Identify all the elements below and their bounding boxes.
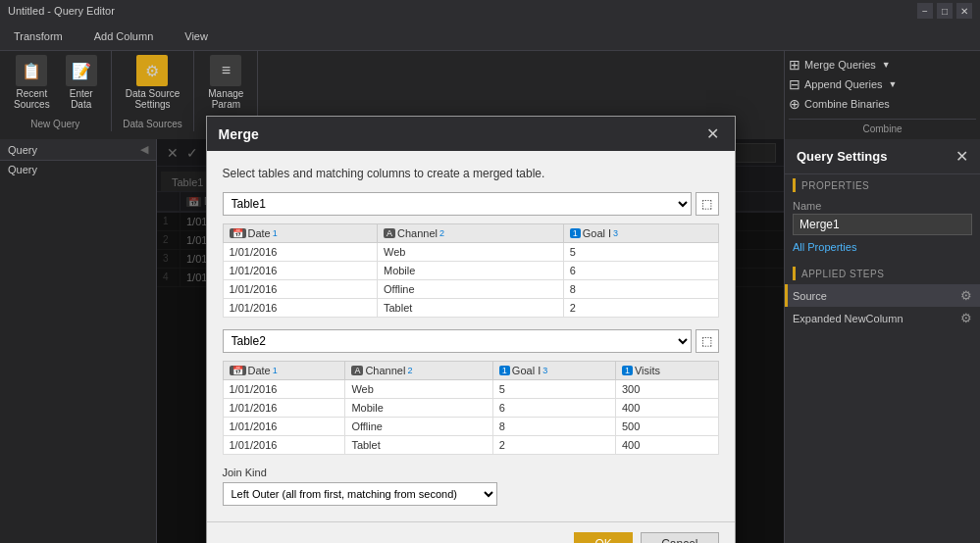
cancel-button[interactable]: Cancel: [641, 532, 718, 543]
t2-r2-date: 1/01/2016: [223, 399, 345, 418]
recent-sources-button[interactable]: 📋 RecentSources: [8, 53, 56, 112]
t2-goal-type-badge: 1: [499, 366, 510, 375]
modal-titlebar: Merge ✕: [207, 117, 735, 151]
t1-col-date[interactable]: 📅 Date 1: [223, 224, 377, 243]
t2-col-goal[interactable]: 1 Goal I 3: [492, 362, 615, 380]
data-source-settings-button[interactable]: ⚙ Data SourceSettings: [120, 53, 186, 112]
append-queries-dropdown[interactable]: ▼: [889, 79, 898, 89]
table1-select[interactable]: Table1: [223, 192, 692, 216]
query-name-input[interactable]: [793, 214, 972, 235]
join-kind-select[interactable]: Left Outer (all from first, matching fro…: [223, 482, 497, 506]
t2-row-2: 1/01/2016 Mobile 6 400: [223, 399, 718, 418]
query-item-label: Query: [8, 164, 37, 175]
window-title: Untitled - Query Editor: [8, 5, 115, 17]
enter-data-icon: 📝: [66, 55, 97, 86]
toolbar-group-new-query-label: New Query: [30, 115, 79, 129]
t1-row-1: 1/01/2016 Web 5: [223, 243, 718, 262]
t1-row-2: 1/01/2016 Mobile 6: [223, 262, 718, 280]
combine-binaries-icon: ⊕: [789, 96, 800, 112]
append-queries-label: Append Queries: [804, 78, 883, 90]
t2-channel-index: 2: [407, 366, 412, 375]
t2-r3-date: 1/01/2016: [223, 418, 345, 436]
t2-r4-goal: 2: [492, 436, 615, 455]
t2-r4-date: 1/01/2016: [223, 436, 345, 455]
table2-selector: Table2 ⬚: [223, 329, 719, 353]
step-expanded-newcolumn[interactable]: Expanded NewColumn ⚙: [785, 307, 980, 329]
main-area: Query ◀ Query ✕ ✓ fx Table1 Table2 Merge…: [0, 139, 980, 543]
t1-r3-goal: 8: [563, 280, 718, 299]
step-source[interactable]: Source ⚙: [785, 284, 980, 307]
t1-r4-date: 1/01/2016: [223, 299, 377, 318]
t1-col-channel[interactable]: A Channel 2: [377, 224, 563, 243]
t1-row-4: 1/01/2016 Tablet 2: [223, 299, 718, 318]
t1-channel-index: 2: [439, 228, 444, 238]
query-settings-close-button[interactable]: ✕: [955, 147, 968, 166]
t1-r1-goal: 5: [563, 243, 718, 262]
query-settings-title: Query Settings: [797, 149, 887, 164]
t1-row-3: 1/01/2016 Offline 8: [223, 280, 718, 299]
table2-preview: 📅 Date 1 A Channel 2: [223, 361, 719, 455]
t2-row-3: 1/01/2016 Offline 8 500: [223, 418, 718, 436]
merge-queries-dropdown[interactable]: ▼: [882, 60, 891, 70]
t2-col-channel[interactable]: A Channel 2: [345, 362, 492, 380]
t2-date-type-badge: 📅: [230, 366, 246, 375]
t2-r1-date: 1/01/2016: [223, 380, 345, 399]
modal-footer: OK Cancel: [207, 521, 735, 543]
applied-steps-accent-bar: [793, 267, 796, 280]
t2-date-index: 1: [273, 366, 278, 375]
toolbar-group-data-sources-label: Data Sources: [123, 115, 182, 129]
table2-select[interactable]: Table2: [223, 329, 692, 353]
toolbar-group-data-sources: ⚙ Data SourceSettings Data Sources: [112, 51, 195, 131]
step-source-gear-icon[interactable]: ⚙: [960, 288, 972, 303]
modal-close-button[interactable]: ✕: [702, 124, 723, 143]
t2-r3-channel: Offline: [345, 418, 492, 436]
manage-param-button[interactable]: ≡ ManageParam: [202, 53, 249, 112]
combine-binaries-button[interactable]: ⊕ Combine Binaries: [789, 94, 976, 114]
merge-queries-button[interactable]: ⊞ Merge Queries ▼: [789, 55, 976, 74]
t1-r2-date: 1/01/2016: [223, 262, 377, 280]
menu-bar: Transform Add Column View: [0, 22, 980, 51]
merge-dialog: Merge ✕ Select tables and matching colum…: [206, 116, 736, 543]
enter-data-button[interactable]: 📝 EnterData: [60, 53, 103, 112]
t2-r1-visits: 300: [615, 380, 718, 399]
step-expanded-gear-icon[interactable]: ⚙: [960, 311, 972, 325]
modal-body: Select tables and matching columns to cr…: [207, 151, 735, 521]
t1-r3-channel: Offline: [377, 280, 563, 299]
manage-param-icon: ≡: [210, 55, 241, 86]
table1-selector: Table1 ⬚: [223, 192, 719, 216]
collapse-icon[interactable]: ◀: [140, 143, 148, 156]
ok-button[interactable]: OK: [574, 532, 633, 543]
query-list-item[interactable]: Query: [0, 161, 156, 178]
menu-tab-add-column[interactable]: Add Column: [86, 26, 162, 46]
properties-accent-bar: [793, 178, 796, 192]
minimize-button[interactable]: −: [917, 3, 933, 19]
title-bar: Untitled - Query Editor − □ ✕: [0, 0, 980, 22]
table2-expand-button[interactable]: ⬚: [696, 329, 719, 353]
t2-visits-type-badge: 1: [622, 366, 633, 375]
t2-col-visits[interactable]: 1 Visits: [615, 362, 718, 380]
all-properties-link[interactable]: All Properties: [785, 239, 980, 255]
toolbar-right-combine: ⊞ Merge Queries ▼ ⊟ Append Queries ▼ ⊕ C…: [784, 51, 980, 139]
menu-tab-view[interactable]: View: [177, 26, 216, 46]
t1-r4-goal: 2: [563, 299, 718, 318]
combine-binaries-label: Combine Binaries: [804, 98, 890, 110]
append-queries-button[interactable]: ⊟ Append Queries ▼: [789, 74, 976, 94]
close-button[interactable]: ✕: [956, 3, 972, 19]
table1-preview: 📅 Date 1 A Channel 2: [223, 223, 719, 318]
t2-col-date[interactable]: 📅 Date 1: [223, 362, 345, 380]
t2-r3-visits: 500: [615, 418, 718, 436]
properties-label: PROPERTIES: [801, 180, 869, 191]
recent-sources-icon: 📋: [16, 55, 47, 86]
t2-r4-channel: Tablet: [345, 436, 492, 455]
t1-r1-channel: Web: [377, 243, 563, 262]
t1-goal-index: 3: [613, 228, 618, 238]
maximize-button[interactable]: □: [937, 3, 953, 19]
t2-goal-index: 3: [542, 366, 547, 375]
menu-tab-transform[interactable]: Transform: [6, 26, 71, 46]
t2-r2-channel: Mobile: [345, 399, 492, 418]
table1-expand-button[interactable]: ⬚: [696, 192, 719, 216]
t1-col-goal[interactable]: 1 Goal I 3: [563, 224, 718, 243]
join-kind-section: Join Kind Left Outer (all from first, ma…: [223, 467, 719, 506]
name-label: Name: [785, 196, 980, 214]
left-panel-header: Query ◀: [0, 139, 156, 161]
